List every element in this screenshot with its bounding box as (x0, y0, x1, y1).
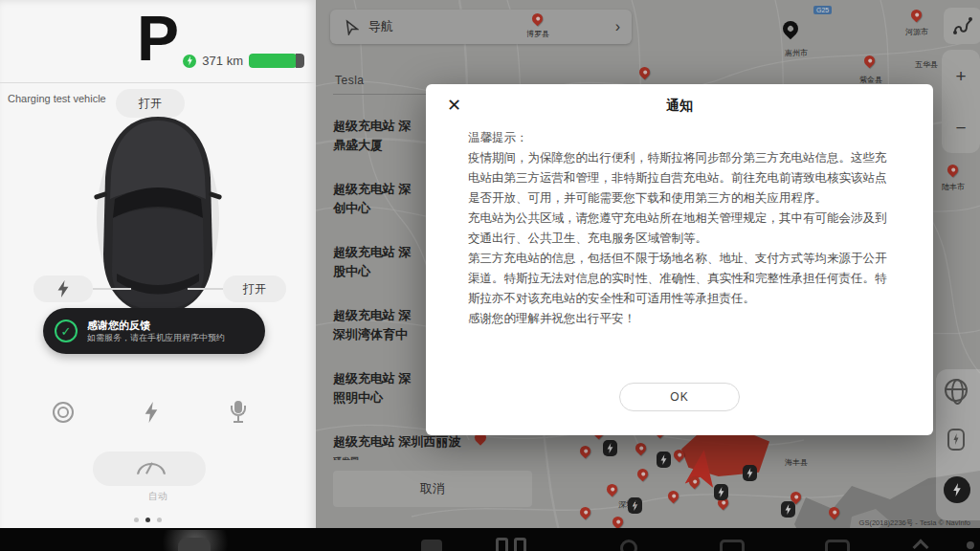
vehicle-status-panel: P 371 km Charging test vehicle 打开 打开 ✓ (0, 0, 316, 551)
wheel-icon (53, 402, 74, 423)
dock-app-icon[interactable] (967, 541, 974, 549)
range-value: 371 km (202, 54, 243, 68)
page-dot[interactable] (157, 518, 162, 522)
app-dock (0, 528, 980, 551)
feedback-toast: ✓ 感谢您的反馈 如需服务，请在手机应用程序中预约 (43, 308, 265, 354)
page-dot-active[interactable] (145, 518, 150, 522)
wiper-mode-label: 自动 (0, 490, 316, 503)
toast-subtitle: 如需服务，请在手机应用程序中预约 (87, 332, 225, 344)
wiper-button[interactable] (93, 452, 206, 486)
divider (0, 82, 316, 83)
voice-command-button[interactable] (222, 396, 255, 429)
connector-line (188, 288, 223, 290)
dialog-body: 温馨提示：疫情期间，为保障您的出行便利，特斯拉将同步部分第三方充电站信息。这些充… (468, 128, 893, 329)
vehicle-name-label: Charging test vehicle (8, 93, 106, 104)
tesla-touchscreen: 导航 › Tesla 超级充电站 深鼎盛大厦超级充电站 深创中心超级充电站 深股… (0, 0, 980, 551)
dock-app-icon[interactable] (421, 540, 442, 551)
microphone-icon (230, 401, 247, 424)
page-dot[interactable] (134, 518, 139, 522)
check-circle-icon: ✓ (55, 320, 78, 342)
range-indicator: 371 km (183, 54, 304, 68)
charge-port-button[interactable] (33, 276, 93, 302)
notice-dialog: ✕ 通知 温馨提示：疫情期间，为保障您的出行便利，特斯拉将同步部分第三方充电站信… (426, 84, 933, 435)
connector-line (93, 288, 131, 290)
dialog-paragraph: 感谢您的理解并祝您出行平安！ (468, 309, 893, 329)
volume-arrow-icon[interactable] (913, 540, 929, 551)
dock-app-icon[interactable] (720, 540, 745, 551)
dialog-paragraph: 疫情期间，为保障您的出行便利，特斯拉将同步部分第三方充电站信息。这些充电站由第三… (468, 148, 893, 209)
charging-control-button[interactable] (135, 396, 167, 429)
dialog-paragraph: 第三方充电站的信息，包括但不限于场地名称、地址、支付方式等均来源于公开渠道。特斯… (468, 249, 893, 309)
battery-gauge (249, 54, 304, 68)
dialog-paragraph: 充电站为公共区域，请您遵守充电站所在地相关管理规定，其中有可能会涉及到交通出行、… (468, 209, 893, 249)
dialog-paragraph: 温馨提示： (468, 128, 893, 148)
wiper-icon (137, 461, 162, 476)
open-charge-port-button[interactable]: 打开 (223, 276, 286, 302)
climate-temp-icon[interactable] (496, 538, 508, 551)
dock-app-icon[interactable] (620, 540, 637, 551)
climate-temp-icon[interactable] (514, 538, 526, 551)
charge-status-icon (183, 55, 196, 68)
page-indicator (134, 518, 162, 522)
dock-app-icon[interactable] (825, 540, 850, 551)
ok-button[interactable]: OK (619, 383, 740, 411)
wheel-control-button[interactable] (47, 396, 79, 429)
toast-title: 感谢您的反馈 (87, 319, 225, 332)
car-app-icon[interactable] (178, 538, 211, 551)
bolt-icon (57, 280, 70, 298)
dialog-title: 通知 (426, 98, 933, 115)
bolt-icon (145, 402, 159, 423)
